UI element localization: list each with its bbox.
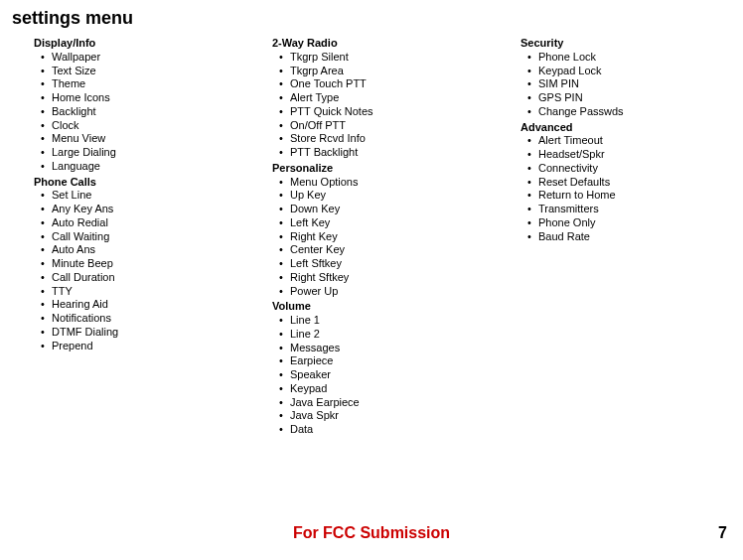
section-heading: Display/Info (34, 37, 260, 51)
list-item: Keypad Lock (538, 65, 727, 78)
list-item: Earpiece (290, 354, 509, 368)
section-list: Phone LockKeypad LockSIM PINGPS PINChang… (520, 51, 727, 119)
list-item: Text Size (52, 65, 260, 78)
list-item: Theme (52, 77, 260, 91)
list-item: GPS PIN (538, 91, 727, 105)
list-item: Line 2 (290, 328, 509, 342)
list-item: Call Waiting (52, 230, 260, 244)
list-item: Phone Lock (538, 51, 727, 65)
section-heading: Phone Calls (34, 176, 260, 190)
list-item: Auto Redial (52, 216, 260, 230)
list-item: Minute Beep (52, 257, 260, 271)
list-item: Right Key (290, 230, 509, 244)
list-item: Speaker (290, 368, 509, 382)
column-1: Display/InfoWallpaperText SizeThemeHome … (12, 37, 260, 437)
section-heading: Volume (272, 300, 509, 314)
list-item: Change Passwds (538, 105, 727, 119)
section-list: Alert TimeoutHeadset/SpkrConnectivityRes… (520, 134, 727, 243)
list-item: Messages (290, 342, 509, 355)
list-item: Prepend (52, 340, 260, 353)
section-list: Tkgrp SilentTkgrp AreaOne Touch PTTAlert… (272, 51, 509, 160)
list-item: Connectivity (538, 162, 727, 176)
list-item: Auto Ans (52, 243, 260, 257)
list-item: Transmitters (538, 203, 727, 216)
list-item: Reset Defaults (538, 176, 727, 190)
list-item: Right Sftkey (290, 271, 509, 285)
list-item: Down Key (290, 203, 509, 216)
list-item: Return to Home (538, 189, 727, 203)
section-heading: Security (520, 37, 727, 51)
list-item: Headset/Spkr (538, 148, 727, 162)
list-item: Notifications (52, 312, 260, 326)
list-item: Data (290, 423, 509, 437)
list-item: SIM PIN (538, 77, 727, 91)
list-item: Alert Type (290, 91, 509, 105)
list-item: Up Key (290, 189, 509, 203)
list-item: Any Key Ans (52, 203, 260, 216)
list-item: Alert Timeout (538, 134, 727, 148)
list-item: Clock (52, 119, 260, 133)
list-item: Backlight (52, 105, 260, 119)
page-number: 7 (718, 524, 727, 542)
list-item: Language (52, 160, 260, 174)
list-item: PTT Backlight (290, 146, 509, 160)
list-item: PTT Quick Notes (290, 105, 509, 119)
list-item: Menu Options (290, 176, 509, 190)
list-item: Wallpaper (52, 51, 260, 65)
list-item: Line 1 (290, 314, 509, 328)
section-heading: Personalize (272, 162, 509, 176)
columns-container: Display/InfoWallpaperText SizeThemeHome … (12, 37, 731, 437)
list-item: Baud Rate (538, 230, 727, 244)
list-item: Store Rcvd Info (290, 132, 509, 146)
list-item: Left Sftkey (290, 257, 509, 271)
list-item: Home Icons (52, 91, 260, 105)
section-heading: Advanced (520, 121, 727, 135)
list-item: Hearing Aid (52, 298, 260, 312)
list-item: Java Earpiece (290, 396, 509, 410)
list-item: Left Key (290, 216, 509, 230)
section-list: WallpaperText SizeThemeHome IconsBacklig… (34, 51, 260, 174)
section-list: Line 1Line 2MessagesEarpieceSpeakerKeypa… (272, 314, 509, 437)
column-2: 2-Way RadioTkgrp SilentTkgrp AreaOne Tou… (260, 37, 509, 437)
list-item: Large Dialing (52, 146, 260, 160)
list-item: TTY (52, 285, 260, 299)
page-title: settings menu (12, 8, 731, 29)
section-list: Menu OptionsUp KeyDown KeyLeft KeyRight … (272, 176, 509, 299)
list-item: Call Duration (52, 271, 260, 285)
list-item: Tkgrp Silent (290, 51, 509, 65)
list-item: One Touch PTT (290, 77, 509, 91)
column-3: SecurityPhone LockKeypad LockSIM PINGPS … (509, 37, 727, 437)
list-item: Set Line (52, 189, 260, 203)
list-item: Keypad (290, 382, 509, 396)
list-item: Menu View (52, 132, 260, 146)
list-item: Center Key (290, 243, 509, 257)
list-item: Phone Only (538, 216, 727, 230)
footer-text: For FCC Submission (0, 524, 743, 542)
section-list: Set LineAny Key AnsAuto RedialCall Waiti… (34, 189, 260, 352)
list-item: Power Up (290, 285, 509, 299)
section-heading: 2-Way Radio (272, 37, 509, 51)
list-item: Tkgrp Area (290, 65, 509, 78)
list-item: Java Spkr (290, 409, 509, 423)
list-item: DTMF Dialing (52, 326, 260, 340)
list-item: On/Off PTT (290, 119, 509, 133)
